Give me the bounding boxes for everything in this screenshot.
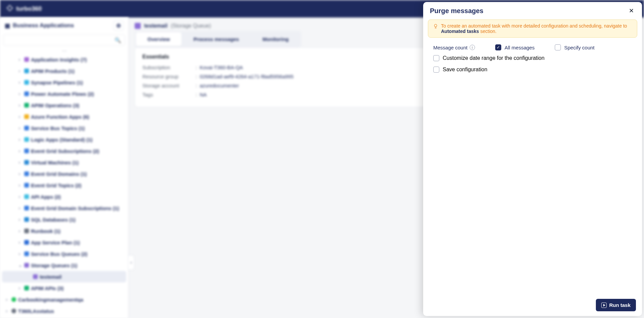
resource-icon: [24, 194, 29, 199]
tree-group[interactable]: ›Virtual Machines (1): [0, 157, 128, 168]
tree-group[interactable]: ›APIM Operations (3): [0, 100, 128, 111]
tree-group[interactable]: ›SQL Databases (1): [0, 214, 128, 225]
tree-item-label: Event Grid Domains (1): [31, 171, 87, 177]
essentials-value: 0268d1ad-aef9-4264-a171-f8ad5956a995: [200, 74, 294, 79]
tree-item-label: Runbook (1): [31, 228, 61, 234]
tree-group[interactable]: ›Runbook (1): [0, 225, 128, 237]
tree-group[interactable]: ⌄Storage Queues (1): [0, 260, 128, 271]
tree-group[interactable]: ›Event Grid Topics (2): [0, 180, 128, 191]
run-task-button[interactable]: Run task: [596, 299, 636, 311]
all-messages-checkbox[interactable]: All messages: [495, 44, 535, 50]
essentials-key: Resource group: [142, 74, 193, 79]
chevron-icon: ›: [19, 218, 20, 222]
tab-overview[interactable]: Overview: [136, 32, 181, 46]
resource-icon: [24, 217, 29, 222]
tree-item-label: APIM APIs (3): [31, 285, 64, 291]
chevron-icon: ›: [19, 241, 20, 244]
chevron-icon: ⌄: [19, 264, 22, 267]
tree-item-label: Service Bus Topics (1): [31, 125, 85, 131]
chevron-icon: ›: [19, 286, 20, 290]
tree-group[interactable]: ›Service Bus Topics (1): [0, 122, 128, 134]
chevron-icon: ›: [19, 81, 20, 84]
tree-item-label: APIM Operations (3): [31, 103, 79, 108]
automated-tasks-link[interactable]: Automated tasks: [441, 29, 479, 34]
brand-logo: turbo360: [6, 4, 42, 13]
callout-text: To create an automated task with more de…: [441, 23, 632, 34]
tree-item-label: T360LAsstatus: [18, 308, 54, 314]
resource-icon: [24, 57, 29, 62]
tree-item-label: Azure Function Apps (6): [31, 114, 89, 120]
tree-group[interactable]: ›Event Grid Domains (1): [0, 168, 128, 180]
info-icon[interactable]: i: [470, 45, 475, 50]
resource-name: testemail: [144, 23, 167, 29]
tree-item-label: SQL Databases (1): [31, 217, 75, 223]
tree-item-label: Event Grid Subscriptions (2): [31, 148, 99, 154]
resource-icon: [24, 137, 29, 142]
close-icon[interactable]: ✕: [627, 7, 635, 15]
tree-item-label: API Apps (2): [31, 194, 61, 200]
save-configuration-checkbox[interactable]: Save configuration: [433, 67, 632, 73]
tree-item-label: Logic Apps (Standard) (1): [31, 137, 93, 143]
essentials-key: Subscription: [142, 65, 193, 70]
tree-group[interactable]: ›APIM Products (1): [0, 65, 128, 77]
resource-type: (Storage Queue): [171, 23, 211, 29]
play-icon: [601, 303, 607, 308]
chevron-icon: ›: [19, 184, 20, 187]
resource-tree[interactable]: ⋯ ›Application Insights (7)›APIM Product…: [0, 48, 128, 318]
chevron-icon: ›: [19, 58, 20, 62]
resource-icon: [24, 183, 29, 188]
resource-icon: [24, 80, 29, 85]
tree-group[interactable]: ›Event Grid Subscriptions (2): [0, 145, 128, 157]
sidebar-header: ▦ Business Applications ⚙: [0, 17, 128, 34]
chevron-icon: ›: [19, 69, 20, 73]
essentials-value: Kovai-T360-BA-QA: [200, 65, 243, 70]
tree-group[interactable]: ›Application Insights (7): [0, 54, 128, 65]
tree-group[interactable]: ›Carbookingmanagementqa: [0, 294, 128, 305]
resource-icon: [24, 171, 29, 176]
chevron-icon: ›: [6, 309, 7, 313]
search-input[interactable]: 🔍: [3, 34, 125, 46]
tree-group[interactable]: ›App Service Plan (1): [0, 237, 128, 248]
resource-icon: [24, 69, 29, 73]
resource-icon: [24, 114, 29, 119]
purge-messages-drawer: Purge messages ✕ To create an automated …: [423, 2, 642, 316]
tree-group[interactable]: ›APIM APIs (3): [0, 282, 128, 294]
tree-group[interactable]: ›Logic Apps (Standard) (1): [0, 134, 128, 145]
tree-item-label: APIM Products (1): [31, 68, 74, 74]
essentials-key: Storage account: [142, 83, 193, 88]
tree-group[interactable]: ›API Apps (2): [0, 191, 128, 202]
tree-group[interactable]: ›Service Bus Queues (2): [0, 248, 128, 260]
sidebar-collapse-handle[interactable]: ‹: [128, 255, 134, 270]
tree-group[interactable]: ›Event Grid Domain Subscriptions (1): [0, 202, 128, 214]
chevron-icon: ›: [19, 252, 20, 256]
chevron-icon: ›: [19, 104, 20, 107]
essentials-value: azuredocumenter: [200, 83, 239, 88]
resource-icon: [24, 240, 29, 245]
chevron-icon: ›: [19, 149, 20, 153]
tree-group[interactable]: ›Azure Function Apps (6): [0, 111, 128, 122]
resource-icon: [24, 206, 29, 210]
customize-date-range-checkbox[interactable]: Customize date range for the configurati…: [433, 55, 632, 61]
tabs: OverviewProcess messagesMonitoring: [135, 31, 301, 47]
tree-group[interactable]: ›T360LAsstatus: [0, 305, 128, 317]
resource-icon: [24, 103, 29, 108]
drawer-title: Purge messages: [430, 7, 483, 15]
tab-monitoring[interactable]: Monitoring: [251, 32, 300, 46]
sidebar-gear-icon[interactable]: ⚙: [113, 21, 124, 31]
tab-process-messages[interactable]: Process messages: [182, 32, 250, 46]
resource-icon: [24, 251, 29, 256]
tree-item-label: Event Grid Topics (2): [31, 183, 81, 188]
tree-item-label: Virtual Machines (1): [31, 160, 78, 165]
resource-type-icon: [135, 23, 141, 29]
chevron-icon: ›: [19, 206, 20, 210]
resource-icon: [24, 160, 29, 165]
resource-icon: [24, 286, 29, 290]
chevron-icon: ›: [19, 172, 20, 176]
tree-group[interactable]: ›Power Automate Flows (2): [0, 88, 128, 100]
specify-count-checkbox[interactable]: Specify count: [555, 44, 595, 50]
tree-overflow-indicator: ⋯: [0, 48, 128, 54]
tree-item-label: Storage Queues (1): [31, 263, 77, 268]
chevron-icon: ›: [19, 138, 20, 142]
tree-group[interactable]: ›Synapse Pipelines (1): [0, 77, 128, 88]
tree-leaf[interactable]: testemail: [2, 271, 126, 282]
